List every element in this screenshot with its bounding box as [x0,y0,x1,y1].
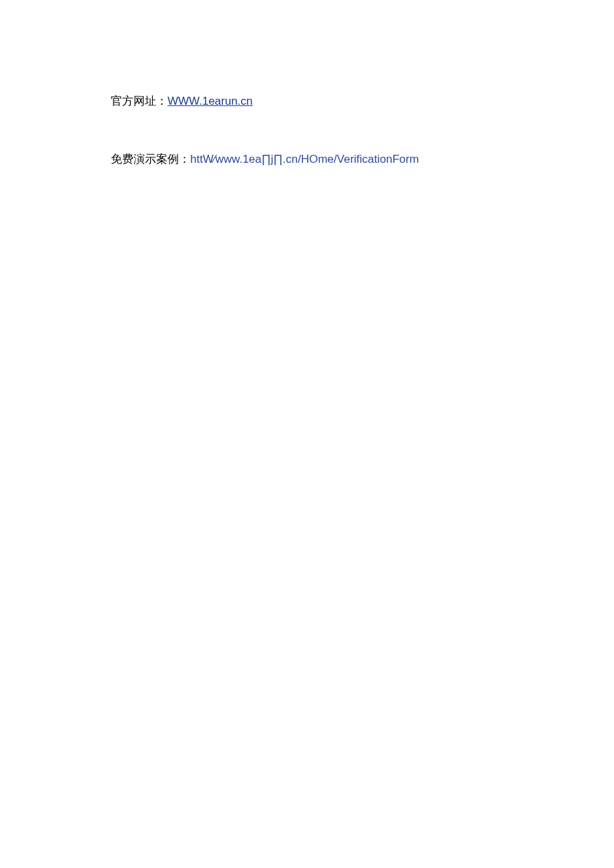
demo-case-link[interactable]: httW⁄www.1ea∏j∏.cn/HOme/VerificationForm [190,153,419,165]
demo-case-label: 免费演示案例： [111,153,190,165]
demo-case-line: 免费演示案例：httW⁄www.1ea∏j∏.cn/HOme/Verificat… [111,150,614,168]
official-url-line: 官方网址：WWW.1earun.cn [111,92,614,110]
official-url-label: 官方网址： [111,95,168,107]
official-url-link[interactable]: WWW.1earun.cn [168,95,253,107]
